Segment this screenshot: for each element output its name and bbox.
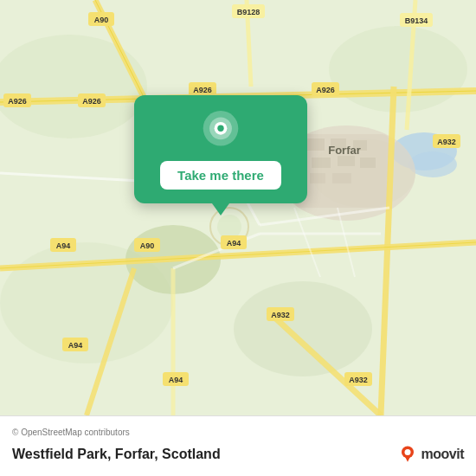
svg-point-19 [217,215,241,239]
svg-rect-10 [307,138,325,151]
map-svg: A90 B9128 A926 A926 A926 A926 B9134 A932… [0,0,476,415]
osm-attribution: © OpenStreetMap contributors [12,428,464,437]
svg-rect-14 [338,156,355,166]
svg-text:A94: A94 [169,376,183,384]
take-me-there-button[interactable]: Take me there [160,161,281,190]
svg-text:A932: A932 [271,311,290,319]
svg-point-2 [329,26,467,113]
popup-card[interactable]: Take me there [134,95,307,203]
svg-rect-17 [332,173,351,183]
svg-point-74 [217,125,223,132]
moovit-brand-icon [396,442,420,466]
svg-text:A90: A90 [94,16,109,24]
svg-rect-15 [360,158,376,168]
svg-text:A926: A926 [82,97,101,106]
svg-rect-13 [312,158,331,168]
svg-text:A926: A926 [193,86,212,94]
location-pin-icon [200,111,241,152]
location-name: Westfield Park, Forfar, Scotland [12,447,221,462]
svg-point-78 [404,449,410,455]
svg-text:A94: A94 [56,241,71,250]
moovit-brand-text: moovit [421,447,464,462]
svg-text:A94: A94 [227,239,241,248]
svg-text:A932: A932 [349,376,368,384]
svg-text:A94: A94 [68,341,83,350]
bottom-bar: © OpenStreetMap contributors Westfield P… [0,415,476,476]
svg-point-7 [408,151,457,177]
map-container[interactable]: A90 B9128 A926 A926 A926 A926 B9134 A932… [0,0,476,415]
svg-text:A926: A926 [316,86,335,94]
location-row: Westfield Park, Forfar, Scotland moovit [12,442,464,466]
moovit-logo: moovit [396,442,464,466]
svg-text:B9134: B9134 [405,16,428,25]
svg-text:A90: A90 [140,241,155,250]
svg-text:A932: A932 [437,138,456,146]
svg-text:A926: A926 [8,97,27,106]
svg-rect-16 [310,173,325,183]
svg-point-5 [234,281,372,376]
svg-text:B9128: B9128 [237,8,261,16]
svg-text:Forfar: Forfar [328,144,361,157]
